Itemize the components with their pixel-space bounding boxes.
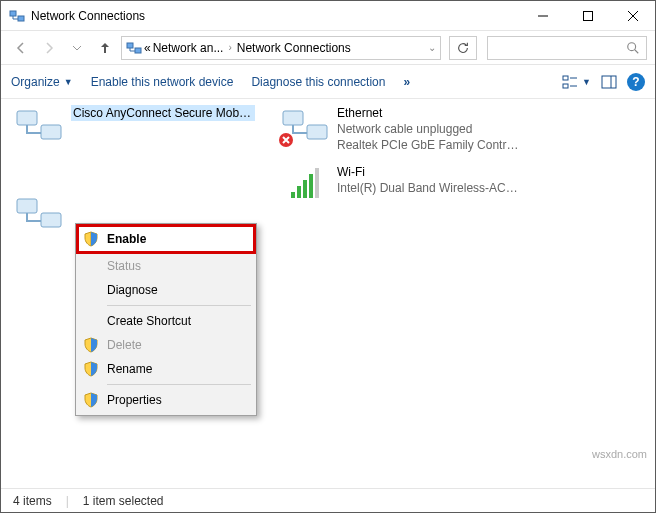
preview-pane-button[interactable]	[601, 74, 617, 90]
breadcrumb-seg2[interactable]: Network Connections	[237, 41, 351, 55]
ctx-diagnose[interactable]: Diagnose	[79, 278, 253, 302]
ctx-create-shortcut-label: Create Shortcut	[107, 314, 191, 328]
titlebar: Network Connections	[1, 1, 655, 31]
ctx-properties-label: Properties	[107, 393, 162, 407]
chevron-down-icon[interactable]: ⌄	[428, 42, 436, 53]
ctx-rename[interactable]: Rename	[79, 357, 253, 381]
ctx-enable-label: Enable	[107, 232, 146, 246]
adapter-wifi[interactable]: Wi-Fi Intel(R) Dual Band Wireless-AC 31.…	[281, 164, 521, 204]
error-x-icon	[278, 132, 294, 148]
svg-rect-8	[602, 76, 616, 88]
breadcrumb[interactable]: « Network an... › Network Connections ⌄	[121, 36, 441, 60]
organize-label: Organize	[11, 75, 60, 89]
refresh-button[interactable]	[449, 36, 477, 60]
svg-rect-11	[17, 199, 37, 213]
svg-rect-2	[583, 11, 592, 20]
svg-rect-16	[291, 192, 295, 198]
shield-icon	[83, 231, 99, 247]
address-bar: « Network an... › Network Connections ⌄	[1, 31, 655, 65]
separator: |	[66, 494, 69, 508]
status-bar: 4 items | 1 item selected	[1, 488, 655, 512]
organize-menu[interactable]: Organize ▼	[11, 75, 73, 89]
adapter-ethernet[interactable]: Ethernet Network cable unplugged Realtek…	[281, 105, 521, 154]
more-commands[interactable]: »	[403, 75, 410, 89]
up-button[interactable]	[93, 36, 117, 60]
ctx-status: Status	[79, 254, 253, 278]
svg-rect-7	[563, 84, 568, 88]
forward-button[interactable]	[37, 36, 61, 60]
item-count: 4 items	[13, 494, 52, 508]
content-area: Cisco AnyConnect Secure Mobility Etherne…	[1, 99, 655, 488]
ctx-create-shortcut[interactable]: Create Shortcut	[79, 309, 253, 333]
svg-rect-0	[10, 11, 16, 16]
ctx-rename-label: Rename	[107, 362, 152, 376]
adapter-device: Intel(R) Dual Band Wireless-AC 31...	[337, 180, 521, 196]
ctx-diagnose-label: Diagnose	[107, 283, 158, 297]
svg-rect-10	[41, 125, 61, 139]
chevron-down-icon[interactable]: ▼	[582, 77, 591, 87]
context-menu: Enable Status Diagnose Create Shortcut D…	[75, 223, 257, 416]
svg-rect-18	[303, 180, 307, 198]
svg-rect-14	[307, 125, 327, 139]
svg-rect-17	[297, 186, 301, 198]
svg-rect-13	[283, 111, 303, 125]
svg-rect-20	[315, 168, 319, 198]
svg-point-5	[628, 42, 636, 50]
minimize-button[interactable]	[520, 1, 565, 30]
wifi-signal-icon	[281, 164, 329, 204]
back-button[interactable]	[9, 36, 33, 60]
network-adapter-icon	[15, 193, 63, 233]
adapter-status: Network cable unplugged	[337, 121, 521, 137]
breadcrumb-seg1[interactable]: Network an...	[153, 41, 224, 55]
search-input[interactable]	[487, 36, 647, 60]
view-options-button[interactable]	[562, 74, 578, 90]
separator	[107, 305, 251, 306]
svg-rect-1	[18, 16, 24, 21]
ctx-delete: Delete	[79, 333, 253, 357]
network-connections-icon	[126, 40, 142, 56]
window: Network Connections « Network an... › Ne…	[0, 0, 656, 513]
adapter-name: Cisco AnyConnect Secure Mobility	[71, 105, 255, 121]
adapter-name: Ethernet	[337, 105, 521, 121]
chevron-down-icon: ▼	[64, 77, 73, 87]
shield-icon	[83, 392, 99, 408]
network-adapter-icon	[281, 105, 329, 145]
ctx-status-label: Status	[107, 259, 141, 273]
enable-device-button[interactable]: Enable this network device	[91, 75, 234, 89]
svg-rect-4	[135, 48, 141, 53]
adapter-device: Realtek PCIe GbE Family Controller	[337, 137, 521, 153]
watermark: wsxdn.com	[592, 448, 647, 460]
svg-rect-6	[563, 76, 568, 80]
help-button[interactable]: ?	[627, 73, 645, 91]
window-title: Network Connections	[31, 9, 520, 23]
svg-rect-19	[309, 174, 313, 198]
svg-rect-12	[41, 213, 61, 227]
command-bar: Organize ▼ Enable this network device Di…	[1, 65, 655, 99]
ctx-delete-label: Delete	[107, 338, 142, 352]
network-connections-icon	[9, 8, 25, 24]
recent-dropdown[interactable]	[65, 36, 89, 60]
breadcrumb-prefix[interactable]: «	[144, 41, 151, 55]
adapter-name: Wi-Fi	[337, 164, 521, 180]
adapter-cisco[interactable]: Cisco AnyConnect Secure Mobility	[15, 105, 255, 145]
diagnose-connection-button[interactable]: Diagnose this connection	[251, 75, 385, 89]
shield-icon	[83, 361, 99, 377]
close-button[interactable]	[610, 1, 655, 30]
svg-rect-9	[17, 111, 37, 125]
ctx-properties[interactable]: Properties	[79, 388, 253, 412]
window-buttons	[520, 1, 655, 30]
shield-icon	[83, 337, 99, 353]
maximize-button[interactable]	[565, 1, 610, 30]
network-adapter-icon	[15, 105, 63, 145]
selection-count: 1 item selected	[83, 494, 164, 508]
search-icon	[626, 41, 640, 55]
ctx-enable[interactable]: Enable	[79, 227, 253, 251]
separator	[107, 384, 251, 385]
chevron-right-icon: ›	[225, 42, 234, 53]
svg-rect-3	[127, 43, 133, 48]
